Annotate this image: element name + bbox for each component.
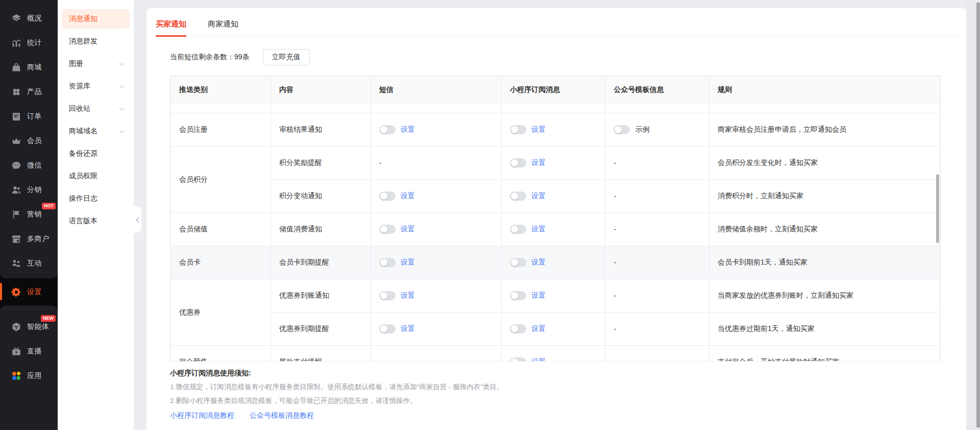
sidebar-item-label: 产品 xyxy=(27,87,42,97)
stats-icon xyxy=(11,38,21,48)
sidebar-collapse-handle[interactable] xyxy=(134,206,141,233)
oa-toggle[interactable] xyxy=(614,125,630,134)
sms-empty-value: - xyxy=(379,358,382,362)
sms-cell: 设置 xyxy=(379,258,493,267)
submenu-item[interactable]: 消息群发 xyxy=(62,32,130,51)
page-scrollbar-thumb[interactable] xyxy=(976,2,980,428)
oa-empty-value: - xyxy=(614,225,616,233)
sms-column-cell: 设置 xyxy=(371,279,501,313)
table-scrollbar-thumb[interactable] xyxy=(936,174,939,243)
sidebar-item-overview[interactable]: 概况 xyxy=(0,6,58,31)
sidebar-item-settings[interactable]: 设置 xyxy=(0,278,58,305)
sms-column-cell: 设置 xyxy=(371,213,501,246)
sidebar-item-agent[interactable]: 智能体NEW xyxy=(0,315,58,339)
mp-settings-link[interactable]: 设置 xyxy=(531,291,546,300)
sidebar-item-label: 互动 xyxy=(27,259,42,268)
sms-column-cell: - xyxy=(371,346,501,362)
sms-settings-link[interactable]: 设置 xyxy=(401,291,415,300)
sidebar-item-multi-merchant[interactable]: 多商户 xyxy=(0,227,58,251)
mp-settings-link[interactable]: 设置 xyxy=(531,192,546,201)
submenu-item[interactable]: 资源库 xyxy=(62,77,130,96)
sms-settings-link[interactable]: 设置 xyxy=(401,258,415,267)
mp-column-cell: 设置 xyxy=(502,180,605,213)
wechat-icon xyxy=(11,160,21,171)
badge-hot: HOT xyxy=(42,203,56,209)
mp-settings-link[interactable]: 设置 xyxy=(531,125,546,134)
sms-balance-row: 当前短信剩余条数：99条 立即充值 xyxy=(170,49,966,65)
mp-toggle[interactable] xyxy=(510,258,526,267)
sidebar-item-interaction[interactable]: 互动 xyxy=(0,251,58,276)
submenu-item[interactable]: 消息通知 xyxy=(62,9,130,29)
sms-toggle[interactable] xyxy=(379,324,396,333)
sidebar-item-apps[interactable]: 应用 xyxy=(0,364,58,388)
sidebar-item-label: 概况 xyxy=(27,14,42,23)
tab-buyer-notice[interactable]: 买家通知 xyxy=(156,19,186,36)
rule-cell: 会员积分发生变化时，通知买家 xyxy=(709,147,940,180)
submenu-item[interactable]: 商城域名 xyxy=(62,122,130,141)
page-scrollbar-track[interactable] xyxy=(966,0,976,430)
sms-settings-link[interactable]: 设置 xyxy=(401,225,415,234)
sms-column-cell: - xyxy=(371,147,501,180)
mp-column-cell: 设置 xyxy=(502,346,605,362)
mp-settings-link[interactable]: 设置 xyxy=(531,324,546,333)
category-cell: 会员卡 xyxy=(171,246,271,279)
sidebar-item-members[interactable]: 会员 xyxy=(0,129,58,153)
sms-toggle[interactable] xyxy=(379,192,396,201)
mp-toggle[interactable] xyxy=(510,158,526,168)
table-row: 优惠券到期提醒设置设置-当优惠券过期前1天，通知买家 xyxy=(171,313,940,346)
partial-cell xyxy=(605,103,709,113)
oa-empty-value: - xyxy=(614,192,616,200)
submenu-item[interactable]: 回收站 xyxy=(62,99,130,118)
submenu-item[interactable]: 操作日志 xyxy=(62,189,130,208)
oa-empty-value: - xyxy=(614,159,616,167)
table-row: 定金预售尾款支付提醒-设置-支付定金后，开始支付尾款时通知买家 xyxy=(171,346,940,362)
submenu-item[interactable]: 图册 xyxy=(62,54,130,74)
sidebar-item-mall[interactable]: 商城 xyxy=(0,55,58,80)
sidebar-item-marketing[interactable]: 营销HOT xyxy=(0,202,58,227)
mp-cell: 设置 xyxy=(510,125,597,134)
partial-cell xyxy=(371,103,501,113)
sidebar-item-wechat[interactable]: 微信 xyxy=(0,153,58,178)
sms-toggle[interactable] xyxy=(379,258,396,267)
mp-toggle[interactable] xyxy=(510,192,526,201)
sms-balance-label: 当前短信剩余条数：99条 xyxy=(170,53,250,62)
submenu-item[interactable]: 备份还原 xyxy=(62,144,130,163)
oa-template-tutorial-link[interactable]: 公众号模板消息教程 xyxy=(250,411,314,420)
sidebar-item-label: 商城 xyxy=(27,63,42,72)
column-header-4: 公众号模板信息 xyxy=(605,77,709,103)
sidebar-item-products[interactable]: 产品 xyxy=(0,80,58,104)
submenu-item[interactable]: 语言版本 xyxy=(62,211,130,231)
partial-cell xyxy=(502,103,605,113)
mp-toggle[interactable] xyxy=(510,225,526,234)
mp-toggle[interactable] xyxy=(510,357,526,362)
notice-title: 小程序订阅消息使用须知: xyxy=(170,369,941,378)
mp-toggle[interactable] xyxy=(510,324,526,333)
mp-settings-link[interactable]: 设置 xyxy=(531,225,546,234)
sms-settings-link[interactable]: 设置 xyxy=(401,125,415,134)
sms-settings-link[interactable]: 设置 xyxy=(401,192,415,201)
partial-cell xyxy=(709,103,940,113)
sidebar-item-distribution[interactable]: 分销 xyxy=(0,178,58,202)
mp-toggle[interactable] xyxy=(510,125,526,134)
submenu-item[interactable]: 成员权限 xyxy=(62,166,130,186)
sms-toggle[interactable] xyxy=(379,225,396,234)
mp-settings-link[interactable]: 设置 xyxy=(531,357,546,362)
sms-toggle[interactable] xyxy=(379,125,396,134)
mp-toggle[interactable] xyxy=(510,291,526,300)
products-icon xyxy=(11,87,21,97)
sidebar-item-label: 订单 xyxy=(27,112,42,121)
mp-settings-link[interactable]: 设置 xyxy=(531,158,546,168)
mp-subscribe-tutorial-link[interactable]: 小程序订阅消息教程 xyxy=(170,411,234,420)
sidebar-item-orders[interactable]: 订单 xyxy=(0,104,58,129)
tab-merchant-notice[interactable]: 商家通知 xyxy=(208,19,238,36)
sms-toggle[interactable] xyxy=(379,291,396,300)
recharge-button[interactable]: 立即充值 xyxy=(263,49,310,65)
sms-settings-link[interactable]: 设置 xyxy=(401,324,415,333)
sidebar-item-live[interactable]: 直播 xyxy=(0,339,58,364)
sms-column-cell: 设置 xyxy=(371,180,501,213)
mp-settings-link[interactable]: 设置 xyxy=(531,258,546,267)
oa-example-link[interactable]: 示例 xyxy=(635,125,649,134)
content-cell: 积分奖励提醒 xyxy=(271,147,371,180)
category-cell: 会员注册 xyxy=(171,113,271,147)
sidebar-item-stats[interactable]: 统计 xyxy=(0,31,58,55)
